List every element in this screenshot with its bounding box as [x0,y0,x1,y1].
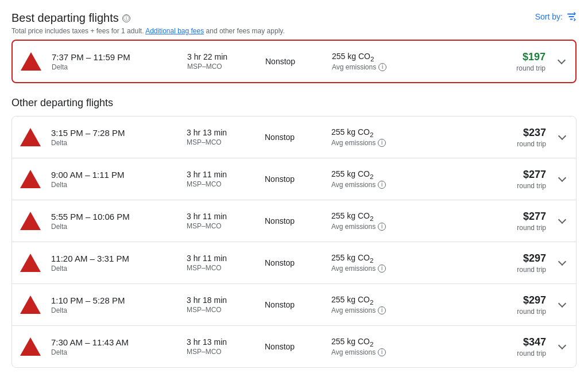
flight-duration-col: 3 hr 11 min MSP–MCO [187,170,256,188]
chevron-down-icon [558,56,566,64]
subtitle: Total price includes taxes + fees for 1 … [11,27,285,35]
flight-emissions: 255 kg CO2 [331,337,479,348]
chevron-down-icon [558,300,566,308]
flights-list: 3:15 PM – 7:28 PM Delta 3 hr 13 min MSP–… [11,116,577,368]
emissions-info-icon[interactable]: i [378,181,386,189]
delta-logo-triangle [20,337,41,356]
flight-time-col: 9:00 AM – 1:11 PM Delta [51,170,177,189]
flight-price-col: $347 round trip [489,336,546,357]
flight-route: MSP–MCO [187,180,256,188]
flight-route: MSP–MCO [187,264,256,272]
flight-airline: Delta [51,348,177,356]
flight-time: 7:30 AM – 11:43 AM [51,337,177,347]
flight-emissions: 255 kg CO2 [331,253,479,264]
page-title: Best departing flights ⓘ [11,11,285,25]
flight-time: 3:15 PM – 7:28 PM [51,128,177,138]
flight-row[interactable]: 5:55 PM – 10:06 PM Delta 3 hr 11 min MSP… [12,200,576,242]
flight-price-sub: round trip [489,182,546,190]
flight-expand-button[interactable] [555,345,569,348]
other-flights-section: Other departing flights 3:15 PM – 7:28 P… [11,97,577,368]
best-flight-emissions-col: 255 kg CO2 Avg emissions i [332,52,479,72]
flight-expand-button[interactable] [555,303,569,306]
flight-price-col: $237 round trip [489,127,546,148]
flight-row[interactable]: 3:15 PM – 7:28 PM Delta 3 hr 13 min MSP–… [12,116,576,158]
bag-fees-link[interactable]: Additional bag fees [145,27,204,35]
flight-expand-button[interactable] [555,261,569,265]
best-flight-time-col: 7:37 PM – 11:59 PM Delta [52,52,178,71]
best-flight-card[interactable]: 7:37 PM – 11:59 PM Delta 3 hr 22 min MSP… [11,40,577,83]
best-flight-time: 7:37 PM – 11:59 PM [52,52,178,62]
flight-time-col: 5:55 PM – 10:06 PM Delta [51,212,177,231]
emissions-info-icon[interactable]: i [378,265,386,273]
flight-row[interactable]: 11:20 AM – 3:31 PM Delta 3 hr 11 min MSP… [12,242,576,284]
title-info-icon[interactable]: ⓘ [122,14,130,22]
flight-row[interactable]: 1:10 PM – 5:28 PM Delta 3 hr 18 min MSP–… [12,284,576,326]
flight-airline: Delta [51,306,177,314]
delta-logo-triangle [20,212,41,230]
flight-stops: Nonstop [265,216,322,226]
airline-logo [19,335,42,358]
flight-route: MSP–MCO [187,222,256,230]
flight-emissions-col: 255 kg CO2 Avg emissions i [331,211,479,231]
emissions-info-icon[interactable]: i [378,63,386,71]
flight-duration: 3 hr 11 min [187,212,256,221]
flight-expand-button[interactable] [555,135,569,139]
flight-stops: Nonstop [265,174,322,184]
emissions-info-icon[interactable]: i [378,306,386,314]
best-flight-airline: Delta [52,63,178,71]
flight-emissions-sub: Avg emissions i [331,223,479,231]
flight-price: $237 [489,127,546,139]
header-left: Best departing flights ⓘ Total price inc… [11,11,285,35]
delta-logo-triangle [20,170,41,188]
sort-by-control[interactable]: Sort by: [535,11,577,22]
flight-duration-col: 3 hr 13 min MSP–MCO [187,337,256,356]
flight-duration-col: 3 hr 18 min MSP–MCO [187,296,256,314]
flight-expand-button[interactable] [555,177,569,181]
flight-time-col: 11:20 AM – 3:31 PM Delta [51,254,177,273]
flight-price: $347 [489,336,546,348]
emissions-info-icon[interactable]: i [378,139,386,147]
best-flight-duration-col: 3 hr 22 min MSP–MCO [187,52,256,71]
flight-emissions: 255 kg CO2 [331,127,479,138]
flight-price-sub: round trip [489,140,546,148]
airline-logo [19,126,42,149]
flight-price-col: $277 round trip [489,169,546,190]
flight-emissions-sub: Avg emissions i [331,139,479,147]
flight-emissions-col: 255 kg CO2 Avg emissions i [331,127,479,147]
flight-emissions: 255 kg CO2 [331,169,479,180]
flight-time: 5:55 PM – 10:06 PM [51,212,177,221]
airline-logo [19,293,42,316]
flight-stops: Nonstop [265,342,322,351]
flight-stops: Nonstop [265,133,322,142]
flight-duration: 3 hr 11 min [187,170,256,179]
sort-label: Sort by: [535,12,563,21]
best-flight-expand[interactable] [555,60,568,63]
flight-row[interactable]: 9:00 AM – 1:11 PM Delta 3 hr 11 min MSP–… [12,158,576,200]
flight-emissions-sub: Avg emissions i [331,306,479,314]
flight-emissions: 255 kg CO2 [331,295,479,306]
flight-duration-col: 3 hr 11 min MSP–MCO [187,212,256,230]
emissions-info-icon[interactable]: i [378,223,386,231]
chevron-down-icon [558,258,566,266]
flight-expand-button[interactable] [555,219,569,223]
best-flight-price-col: $197 round trip [488,51,546,72]
flight-price: $297 [489,252,546,265]
delta-logo-triangle [21,52,41,71]
flight-price: $297 [489,294,546,306]
flight-emissions-col: 255 kg CO2 Avg emissions i [331,337,479,357]
flight-row[interactable]: 7:30 AM – 11:43 AM Delta 3 hr 13 min MSP… [12,326,576,367]
flight-price-sub: round trip [489,266,546,274]
delta-logo-triangle [20,254,41,272]
flight-emissions-sub: Avg emissions i [331,348,479,356]
emissions-info-icon[interactable]: i [378,348,386,356]
flight-time-col: 3:15 PM – 7:28 PM Delta [51,128,177,147]
other-section-title: Other departing flights [11,97,577,109]
subtitle-suffix: and other fees may apply. [206,27,285,35]
best-flight-emissions: 255 kg CO2 [332,52,479,63]
flight-route: MSP–MCO [187,306,256,314]
flight-price: $277 [489,169,546,181]
best-flight-duration: 3 hr 22 min [187,52,256,61]
flight-airline: Delta [51,181,177,189]
flight-stops: Nonstop [265,258,322,267]
flight-emissions-col: 255 kg CO2 Avg emissions i [331,295,479,315]
